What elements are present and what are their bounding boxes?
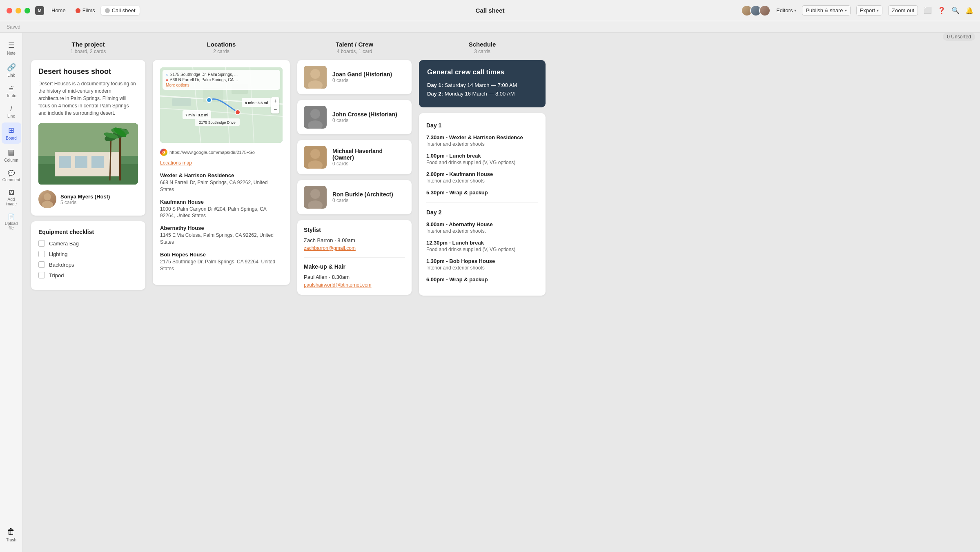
schedule-item-day2-0: 8.00am - Abernathy House Interior and ex… [426, 221, 538, 234]
day2-header: Day 2 [426, 209, 538, 216]
schedule-item-day2-3: 6.00pm - Wrap & packup [426, 276, 538, 283]
talent-cards-john: 0 cards [332, 118, 397, 123]
location-addr-kaufmann: 1000 S Palm Canyon Dr #204, Palm Springs… [160, 206, 283, 220]
host-row: Sonya Myers (Host) 5 cards [38, 190, 138, 208]
host-name: Sonya Myers (Host) [60, 194, 110, 200]
minimize-button[interactable] [16, 8, 21, 13]
comment-icon: 💬 [8, 170, 15, 176]
sidebar-item-comment[interactable]: 💬 Comment [2, 167, 21, 185]
sidebar-item-board[interactable]: ⊞ Board [2, 122, 21, 144]
talent-card-joan: Joan Gand (Historian) 0 cards [297, 60, 412, 94]
project-image [38, 123, 138, 185]
talent-info-john: John Crosse (Historian) 0 cards [332, 111, 397, 123]
search-icon[interactable]: 🔍 [951, 7, 960, 15]
schedule-time-d1-2: 2.00pm - Kaufmann House [426, 171, 538, 177]
location-name-abernathy: Abernathy House [160, 225, 283, 231]
board-icon: ⊞ [8, 126, 14, 135]
location-addr-bobhopes: 2175 Southridge Dr, Palm Springs, CA 922… [160, 258, 283, 272]
help-icon[interactable]: ❓ [938, 7, 946, 15]
location-addr-abernathy: 1145 E Via Colusa, Palm Springs, CA 9226… [160, 232, 283, 246]
map-pin-o-icon: ○ [166, 72, 168, 77]
sidebar-item-note[interactable]: ☰ Note [2, 38, 21, 59]
titlebar: M Home Films Call sheet Call sheet Edito… [0, 0, 980, 21]
todo-label: To-do [6, 93, 16, 98]
svg-point-40 [310, 149, 320, 159]
schedule-day1-card: Day 1 7.30am - Wexler & Harrison Residen… [419, 113, 546, 296]
svg-point-37 [310, 109, 320, 119]
publish-share-button[interactable]: Publish & share ▾ [802, 5, 850, 16]
stylist-email[interactable]: zachbarron@gmail.com [304, 245, 356, 251]
export-button[interactable]: Export ▾ [856, 5, 883, 16]
schedule-detail-d1-1: Food and drinks supplied (V, VG options) [426, 160, 538, 165]
location-name-bobhopes: Bob Hopes House [160, 252, 283, 258]
schedule-detail-d2-1: Food and drinks supplied (V, VG options) [426, 247, 538, 252]
bell-icon[interactable]: 🔔 [965, 7, 973, 15]
camera-checkbox[interactable] [38, 240, 45, 247]
location-entry-wexler: Wexler & Harrison Residence 668 N Farrel… [160, 172, 283, 193]
project-column-title: The project [31, 41, 145, 48]
note-icon: ☰ [8, 41, 15, 50]
sidebar-item-column[interactable]: ▤ Column [2, 145, 21, 166]
schedule-column-header: Schedule 3 cards [419, 41, 546, 54]
map-more-options[interactable]: More options [166, 83, 277, 87]
zoom-button[interactable]: Zoom out [888, 5, 918, 16]
talent-info-joan: Joan Gand (Historian) 0 cards [332, 71, 392, 83]
app-icon: M [35, 6, 44, 15]
sidebar-item-add-image[interactable]: 🖼 Add image [2, 186, 21, 209]
svg-rect-6 [91, 156, 104, 168]
nav-tab-callsheet[interactable]: Call sheet [101, 6, 140, 15]
sidebar-item-upload-file[interactable]: 📄 Upload file [2, 210, 21, 234]
backdrops-checkbox[interactable] [38, 261, 45, 268]
svg-rect-4 [59, 156, 71, 168]
saved-bar: Saved [0, 21, 980, 33]
lighting-label: Lighting [49, 251, 68, 257]
map-zoom-in[interactable]: + [271, 97, 279, 105]
tripod-checkbox[interactable] [38, 272, 45, 278]
schedule-hero-title: General crew call times [427, 68, 537, 76]
talent-cards-joan: 0 cards [332, 78, 392, 83]
editors-chevron-icon: ▾ [794, 8, 796, 13]
close-button[interactable] [7, 8, 12, 13]
line-icon: / [10, 105, 12, 113]
export-chevron-icon: ▾ [877, 8, 879, 13]
location-entry-bobhopes: Bob Hopes House 2175 Southridge Dr, Palm… [160, 252, 283, 272]
talent-cards-ron: 0 cards [332, 198, 393, 203]
todo-icon: ≡̈ [9, 85, 14, 92]
google-maps-link-row: G https://www.google.com/maps/dir/2175+S… [160, 149, 283, 156]
map-zoom-controls: + − [271, 97, 279, 114]
talent-name-ron: Ron Burkle (Architect) [332, 191, 393, 198]
nav-tab-home[interactable]: Home [47, 6, 70, 15]
line-label: Line [7, 114, 15, 118]
editors-button[interactable]: Editors ▾ [776, 7, 796, 13]
trash-label: Trash [6, 538, 16, 542]
map-zoom-out[interactable]: − [271, 105, 279, 114]
avatar-3 [759, 5, 771, 16]
trash-button[interactable]: 🗑 Trash [4, 524, 19, 545]
svg-rect-2 [38, 123, 138, 156]
day2-label: Day 2: [427, 91, 443, 97]
makeup-email[interactable]: paulshairworld@btinternet.com [304, 282, 372, 288]
talent-column: Talent / Crew 4 boards, 1 card Joan Gand… [297, 41, 412, 295]
talent-card-john: John Crosse (Historian) 0 cards [297, 100, 412, 134]
project-column: The project 1 board, 2 cards Desert hous… [31, 41, 145, 290]
talent-avatar-john [304, 106, 327, 129]
locations-map-link[interactable]: Locations map [160, 160, 283, 166]
location-name-kaufmann: Kaufmann House [160, 199, 283, 205]
talent-info-michael: Michael Haverland (Owner) 0 cards [332, 148, 405, 167]
checklist-item-camera: Camera Bag [38, 240, 138, 247]
maximize-button[interactable] [24, 8, 30, 13]
schedule-item-day2-2: 1.30pm - Bob Hopes House Interior and ex… [426, 258, 538, 271]
lighting-checkbox[interactable] [38, 251, 45, 257]
sidebar-item-line[interactable]: / Line [2, 102, 21, 122]
map-pin-r-icon: ● [166, 78, 168, 82]
nav-tab-films[interactable]: Films [71, 6, 99, 15]
note-label: Note [7, 51, 16, 56]
sidebar: ☰ Note 🔗 Link ≡̈ To-do / Line ⊞ Board ▤ … [0, 33, 23, 552]
google-maps-url: https://www.google.com/maps/dir/2175+So [169, 150, 255, 155]
day1-label: Day 1: [427, 82, 443, 88]
sidebar-item-todo[interactable]: ≡̈ To-do [2, 82, 21, 101]
device-icon: ⬜ [924, 7, 932, 15]
backdrops-label: Backdrops [49, 262, 74, 268]
sidebar-item-link[interactable]: 🔗 Link [2, 60, 21, 81]
add-image-label: Add image [4, 197, 19, 206]
